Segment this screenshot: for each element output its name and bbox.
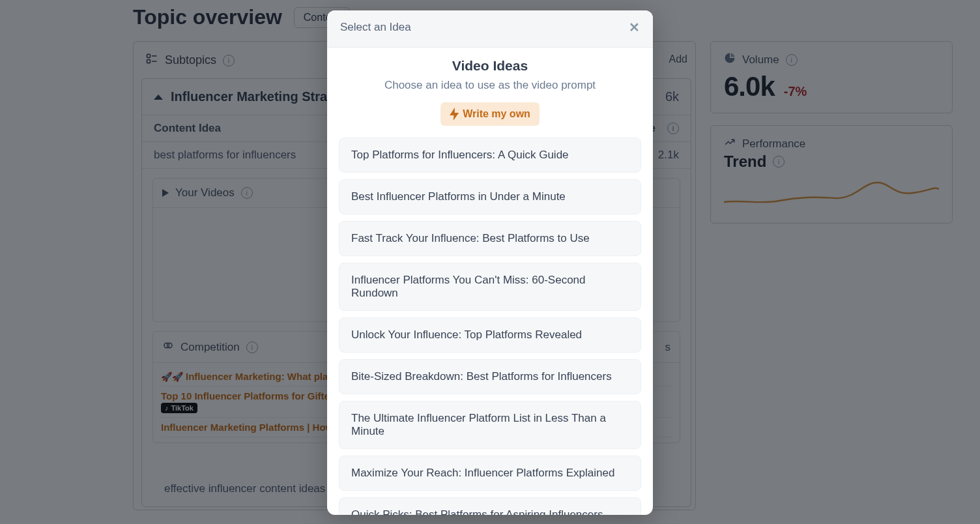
modal-subtitle: Choose an idea to use as the video promp… [339,79,641,92]
video-idea-item[interactable]: Maximize Your Reach: Influencer Platform… [339,456,641,491]
select-idea-modal: Select an Idea ✕ Video Ideas Choose an i… [327,10,653,515]
video-idea-item[interactable]: Quick Picks: Best Platforms for Aspiring… [339,497,641,515]
close-icon[interactable]: ✕ [629,20,640,35]
video-idea-item[interactable]: Influencer Platforms You Can't Miss: 60-… [339,263,641,311]
modal-header-title: Select an Idea [340,21,411,34]
video-idea-item[interactable]: The Ultimate Influencer Platform List in… [339,401,641,449]
modal-title: Video Ideas [339,58,641,74]
video-idea-item[interactable]: Top Platforms for Influencers: A Quick G… [339,138,641,173]
video-idea-item[interactable]: Bite-Sized Breakdown: Best Platforms for… [339,359,641,394]
video-idea-item[interactable]: Best Influencer Platforms in Under a Min… [339,179,641,214]
modal-body[interactable]: Video Ideas Choose an idea to use as the… [327,48,653,515]
video-idea-item[interactable]: Unlock Your Influence: Top Platforms Rev… [339,317,641,353]
write-my-own-button[interactable]: Write my own [440,102,540,126]
video-idea-item[interactable]: Fast Track Your Influence: Best Platform… [339,221,641,256]
bolt-icon [450,108,459,121]
